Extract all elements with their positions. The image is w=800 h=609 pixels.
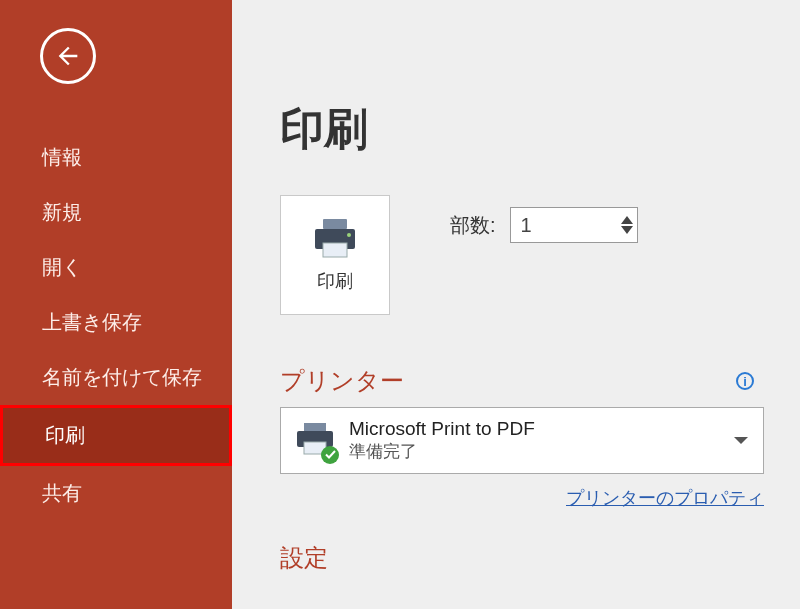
sidebar-item-share[interactable]: 共有 xyxy=(0,466,232,521)
printer-status-icon xyxy=(295,422,335,460)
print-button-label: 印刷 xyxy=(317,269,353,293)
printer-properties-link[interactable]: プリンターのプロパティ xyxy=(566,488,764,508)
page-title: 印刷 xyxy=(280,100,764,159)
printer-info-icon[interactable]: i xyxy=(736,372,754,390)
copies-input[interactable]: 1 xyxy=(510,207,638,243)
printer-name: Microsoft Print to PDF xyxy=(349,418,719,440)
printer-dropdown[interactable]: Microsoft Print to PDF 準備完了 xyxy=(280,407,764,474)
copies-label: 部数: xyxy=(450,212,496,239)
spinner-up-icon[interactable] xyxy=(621,216,633,224)
arrow-left-icon xyxy=(54,42,82,70)
svg-point-2 xyxy=(347,233,351,237)
svg-rect-4 xyxy=(304,423,326,431)
check-badge-icon xyxy=(321,446,339,464)
print-panel: 印刷 印刷 部数: 1 プリンター i xyxy=(232,0,800,609)
copies-spinner xyxy=(621,216,633,234)
backstage-sidebar: 情報 新規 開く 上書き保存 名前を付けて保存 印刷 共有 xyxy=(0,0,232,609)
sidebar-item-save[interactable]: 上書き保存 xyxy=(0,295,232,350)
copies-group: 部数: 1 xyxy=(450,195,638,243)
sidebar-item-saveas[interactable]: 名前を付けて保存 xyxy=(0,350,232,405)
back-button[interactable] xyxy=(40,28,96,84)
sidebar-item-open[interactable]: 開く xyxy=(0,240,232,295)
print-row: 印刷 部数: 1 xyxy=(280,195,764,315)
sidebar-item-print[interactable]: 印刷 xyxy=(0,405,232,466)
svg-rect-0 xyxy=(323,219,347,229)
dropdown-caret xyxy=(733,432,749,450)
printer-status: 準備完了 xyxy=(349,440,719,463)
copies-value: 1 xyxy=(521,214,532,237)
printer-icon xyxy=(311,217,359,259)
chevron-down-icon xyxy=(733,436,749,446)
sidebar-item-new[interactable]: 新規 xyxy=(0,185,232,240)
spinner-down-icon[interactable] xyxy=(621,226,633,234)
print-button[interactable]: 印刷 xyxy=(280,195,390,315)
svg-rect-3 xyxy=(323,243,347,257)
printer-section-title: プリンター xyxy=(280,365,404,397)
sidebar-item-info[interactable]: 情報 xyxy=(0,130,232,185)
settings-section-title: 設定 xyxy=(280,542,764,574)
